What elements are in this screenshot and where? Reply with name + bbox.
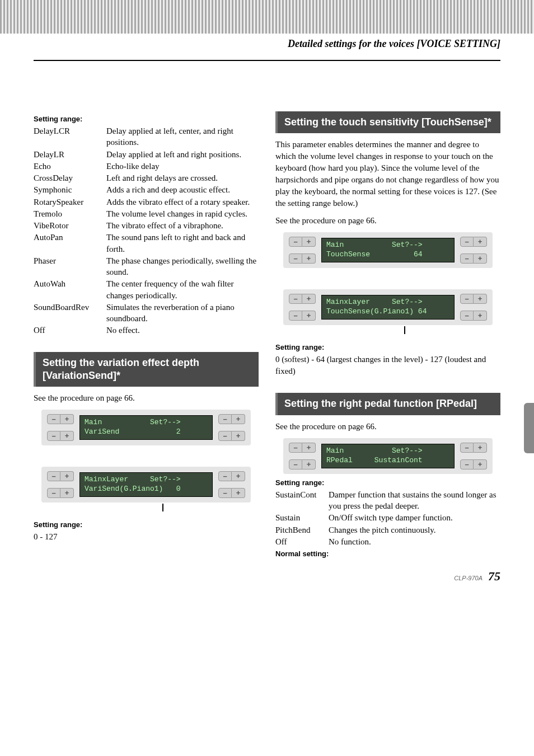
minus-button[interactable]: –	[47, 471, 60, 481]
minus-button[interactable]: –	[47, 431, 60, 441]
list-item: SoundBoardRevSimulates the reverberation…	[34, 302, 259, 325]
lcd-panel: –+ –+ Main Set?--> RPedal SustainCont –+…	[283, 438, 493, 474]
pedal-options-list: SustainContDamper function that sustains…	[275, 489, 500, 547]
minus-button[interactable]: –	[47, 414, 60, 424]
plus-button[interactable]: +	[302, 294, 316, 304]
left-column: Setting range: DelayLCRDelay applied at …	[34, 111, 259, 558]
header-bar: Detailed settings for the voices [VOICE …	[0, 34, 534, 58]
minus-button[interactable]: –	[460, 311, 474, 321]
minus-button[interactable]: –	[218, 414, 232, 424]
minus-button[interactable]: –	[218, 471, 232, 481]
side-thumb-tab	[524, 403, 534, 453]
lcd-screen: MainxLayer Set?--> VariSend(G.Piano1) 0	[79, 472, 213, 497]
section-heading-variation-send: Setting the variation effect depth [Vari…	[34, 352, 259, 387]
minus-button[interactable]: –	[460, 237, 474, 247]
plus-button[interactable]: +	[232, 431, 245, 441]
plus-button[interactable]: +	[232, 414, 245, 424]
minus-button[interactable]: –	[289, 237, 302, 247]
setting-range-heading: Setting range:	[275, 478, 500, 487]
minus-button[interactable]: –	[218, 488, 232, 498]
minus-button[interactable]: –	[460, 443, 474, 453]
setting-range-heading: Setting range:	[34, 115, 259, 123]
list-item: SymphonicAdds a rich and deep acoustic e…	[34, 184, 259, 195]
page-section-title: Detailed settings for the voices [VOICE …	[288, 38, 500, 49]
section-heading-touch-sense: Setting the touch sensitivity [TouchSens…	[275, 111, 500, 133]
minus-button[interactable]: –	[289, 459, 302, 469]
minus-button[interactable]: –	[289, 253, 302, 264]
body-paragraph: This parameter enables determines the ma…	[275, 139, 500, 209]
plus-button[interactable]: +	[302, 253, 316, 264]
lcd-panel: –+ –+ Main Set?--> TouchSense 64 –+ –+	[283, 232, 493, 268]
plus-button[interactable]: +	[474, 443, 487, 453]
plus-button[interactable]: +	[302, 443, 316, 453]
plus-button[interactable]: +	[474, 237, 487, 247]
right-column: Setting the touch sensitivity [TouchSens…	[275, 111, 500, 558]
setting-range-heading: Setting range:	[34, 520, 259, 529]
list-item: EchoEcho-like delay	[34, 161, 259, 172]
minus-button[interactable]: –	[289, 311, 302, 321]
list-item: DelayLCRDelay applied at left, center, a…	[34, 125, 259, 148]
lcd-callout-line	[283, 326, 493, 335]
see-procedure-note: See the procedure on page 66.	[275, 421, 500, 433]
list-item: SustainOn/Off switch type damper functio…	[275, 512, 500, 523]
minus-button[interactable]: –	[218, 431, 232, 441]
plus-button[interactable]: +	[232, 471, 245, 481]
minus-button[interactable]: –	[460, 253, 474, 264]
setting-range-heading: Setting range:	[275, 343, 500, 351]
lcd-screen: MainxLayer Set?--> TouchSense(G.Piano1) …	[321, 295, 455, 320]
list-item: AutoPanThe sound pans left to right and …	[34, 232, 259, 255]
footer-model: CLP-970A	[454, 575, 483, 581]
plus-button[interactable]: +	[232, 488, 245, 498]
list-item: VibeRotorThe vibrato effect of a vibraph…	[34, 220, 259, 231]
plus-button[interactable]: +	[60, 431, 74, 441]
see-procedure-note: See the procedure on page 66.	[34, 392, 259, 404]
section-heading-rpedal: Setting the right pedal function [RPedal…	[275, 393, 500, 415]
list-item: SustainContDamper function that sustains…	[275, 489, 500, 512]
minus-button[interactable]: –	[47, 488, 60, 498]
setting-range-value: 0 (softest) - 64 (largest changes in the…	[275, 354, 500, 377]
footer-page-number: 75	[488, 569, 500, 584]
setting-range-value: 0 - 127	[34, 531, 259, 543]
see-procedure-note: See the procedure on page 66.	[275, 215, 500, 227]
lcd-panel: –+ –+ Main Set?--> VariSend 2 –+ –+	[41, 410, 251, 445]
list-item: RotarySpeakerAdds the vibrato effect of …	[34, 196, 259, 208]
plus-button[interactable]: +	[474, 294, 487, 304]
plus-button[interactable]: +	[60, 414, 74, 424]
minus-button[interactable]: –	[460, 294, 474, 304]
list-item: OffNo function.	[275, 536, 500, 547]
effects-list: DelayLCRDelay applied at left, center, a…	[34, 125, 259, 336]
lcd-screen: Main Set?--> RPedal SustainCont	[321, 444, 455, 468]
list-item: AutoWahThe center frequency of the wah f…	[34, 278, 259, 301]
normal-setting-heading: Normal setting:	[275, 550, 500, 558]
plus-button[interactable]: +	[60, 471, 74, 481]
lcd-callout-line	[41, 504, 251, 513]
page-footer: CLP-970A 75	[0, 558, 534, 589]
lcd-panel: –+ –+ MainxLayer Set?--> TouchSense(G.Pi…	[283, 289, 493, 325]
lcd-screen: Main Set?--> VariSend 2	[79, 415, 213, 440]
plus-button[interactable]: +	[474, 459, 487, 469]
plus-button[interactable]: +	[474, 311, 487, 321]
plus-button[interactable]: +	[302, 311, 316, 321]
minus-button[interactable]: –	[289, 443, 302, 453]
list-item: TremoloThe volume level changes in rapid…	[34, 208, 259, 219]
plus-button[interactable]: +	[302, 237, 316, 247]
minus-button[interactable]: –	[289, 294, 302, 304]
list-item: PhaserThe phase changes periodically, sw…	[34, 255, 259, 278]
lcd-screen: Main Set?--> TouchSense 64	[321, 238, 455, 262]
list-item: CrossDelayLeft and right delays are cros…	[34, 172, 259, 184]
minus-button[interactable]: –	[460, 459, 474, 469]
plus-button[interactable]: +	[302, 459, 316, 469]
list-item: OffNo effect.	[34, 325, 259, 336]
lcd-panel: –+ –+ MainxLayer Set?--> VariSend(G.Pian…	[41, 467, 251, 503]
list-item: DelayLRDelay applied at left and right p…	[34, 149, 259, 160]
top-stripe-decoration	[0, 0, 534, 34]
plus-button[interactable]: +	[474, 253, 487, 264]
list-item: PitchBendChanges the pitch continuously.	[275, 524, 500, 536]
plus-button[interactable]: +	[60, 488, 74, 498]
